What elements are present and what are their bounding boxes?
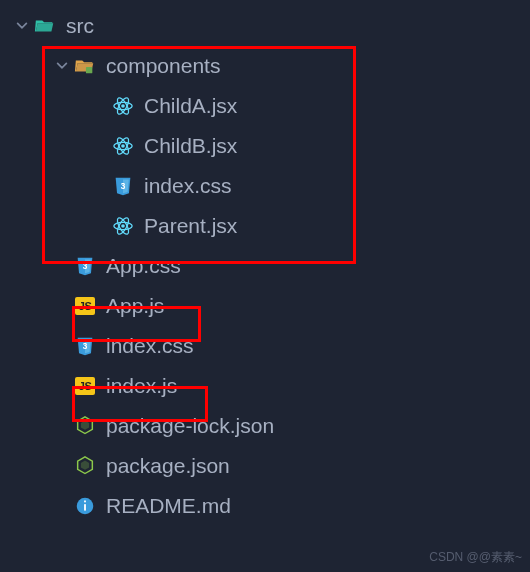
- js-icon: JS: [74, 295, 96, 317]
- folder-open-teal-icon: [34, 15, 56, 37]
- svg-rect-18: [84, 501, 86, 503]
- file-label: index.css: [106, 334, 194, 358]
- watermark-text: CSDN @@素素~: [429, 549, 522, 566]
- file-childa-jsx[interactable]: ChildA.jsx: [0, 86, 530, 126]
- react-icon: [112, 95, 134, 117]
- file-label: package-lock.json: [106, 414, 274, 438]
- file-label: Parent.jsx: [144, 214, 237, 238]
- file-app-js[interactable]: JSApp.js: [0, 286, 530, 326]
- file-label: App.js: [106, 294, 164, 318]
- folder-components[interactable]: components: [0, 46, 530, 86]
- file-label: ChildB.jsx: [144, 134, 237, 158]
- folder-src[interactable]: src: [0, 6, 530, 46]
- svg-point-10: [121, 224, 125, 228]
- file-label: package.json: [106, 454, 230, 478]
- chevron-down-icon[interactable]: [14, 18, 30, 34]
- file-label: src: [66, 14, 94, 38]
- file-label: App.css: [106, 254, 181, 278]
- css-icon: 3: [74, 335, 96, 357]
- file-label: README.md: [106, 494, 231, 518]
- file-package-lock-json[interactable]: package-lock.json: [0, 406, 530, 446]
- file-label: index.js: [106, 374, 177, 398]
- file-label: components: [106, 54, 220, 78]
- js-icon: JS: [74, 375, 96, 397]
- file-parent-jsx[interactable]: Parent.jsx: [0, 206, 530, 246]
- svg-rect-0: [86, 67, 92, 73]
- chevron-down-icon[interactable]: [54, 58, 70, 74]
- file-childb-jsx[interactable]: ChildB.jsx: [0, 126, 530, 166]
- css-icon: 3: [112, 175, 134, 197]
- css-icon: 3: [74, 255, 96, 277]
- folder-open-amber-icon: [74, 55, 96, 77]
- file-readme-md[interactable]: README.md: [0, 486, 530, 526]
- file-index-css[interactable]: 3index.css: [0, 326, 530, 366]
- react-icon: [112, 135, 134, 157]
- svg-text:3: 3: [83, 262, 88, 271]
- file-components-index-css[interactable]: 3index.css: [0, 166, 530, 206]
- react-icon: [112, 215, 134, 237]
- svg-text:3: 3: [83, 342, 88, 351]
- svg-point-5: [121, 144, 125, 148]
- file-label: index.css: [144, 174, 232, 198]
- svg-text:3: 3: [121, 182, 126, 191]
- file-package-json[interactable]: package.json: [0, 446, 530, 486]
- node-icon: [74, 455, 96, 477]
- file-index-js[interactable]: JSindex.js: [0, 366, 530, 406]
- svg-point-1: [121, 104, 125, 108]
- file-label: ChildA.jsx: [144, 94, 237, 118]
- file-tree: srccomponentsChildA.jsxChildB.jsx3index.…: [0, 0, 530, 526]
- svg-rect-17: [84, 504, 86, 510]
- info-icon: [74, 495, 96, 517]
- file-app-css[interactable]: 3App.css: [0, 246, 530, 286]
- node-icon: [74, 415, 96, 437]
